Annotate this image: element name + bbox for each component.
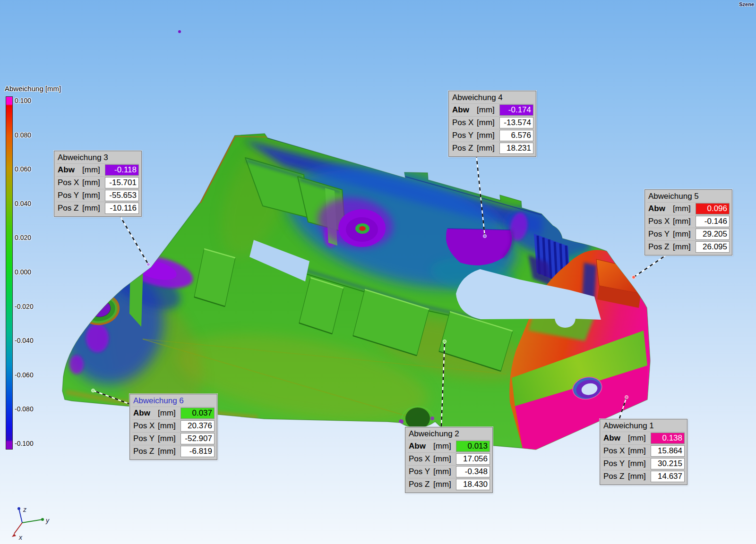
row-value: 14.637 [651, 471, 685, 482]
annotation-row: Abw[mm]0.037 [132, 407, 215, 419]
colorbar-tick: -0.020 [15, 302, 34, 311]
annotation-title: Abweichung 1 [602, 420, 685, 432]
axis-label-x: x [18, 534, 23, 541]
row-unit: [mm] [628, 434, 650, 443]
row-unit: [mm] [433, 442, 455, 451]
row-value: 18.231 [499, 143, 533, 154]
annotation-box-abweichung-6[interactable]: Abweichung 6Abw[mm]0.037Pos X[mm]20.376P… [129, 394, 217, 460]
row-label: Pos X [647, 217, 673, 226]
annotation-row: Pos Y[mm]29.205 [647, 228, 730, 240]
annotation-row: Pos Z[mm]-6.819 [132, 445, 215, 458]
row-unit: [mm] [158, 421, 180, 431]
row-value: 0.138 [651, 433, 685, 444]
row-label: Pos Z [132, 447, 158, 456]
annotation-box-abweichung-1[interactable]: Abweichung 1Abw[mm]0.138Pos X[mm]15.864P… [600, 419, 687, 485]
annotation-row: Pos Y[mm]6.576 [451, 129, 533, 142]
row-value: 15.864 [651, 445, 685, 457]
row-label: Pos Y [602, 459, 628, 468]
row-value: -0.348 [456, 466, 490, 477]
row-value: 26.095 [696, 241, 730, 253]
annotation-row: Pos Y[mm]30.215 [602, 457, 685, 470]
row-unit: [mm] [82, 191, 104, 200]
row-value: -13.574 [499, 117, 533, 128]
row-label: Abw [602, 434, 628, 443]
row-unit: [mm] [673, 242, 695, 252]
measurement-point[interactable] [632, 276, 636, 279]
row-label: Pos X [451, 118, 477, 128]
row-value: 17.056 [456, 453, 490, 465]
annotation-box-abweichung-2[interactable]: Abweichung 2Abw[mm]0.013Pos X[mm]17.056P… [405, 427, 493, 493]
scene-label: Szene [739, 1, 754, 7]
row-unit: [mm] [433, 467, 455, 476]
measurement-point[interactable] [92, 389, 95, 392]
row-label: Pos Y [132, 434, 158, 443]
annotation-row: Pos Z[mm]26.095 [647, 240, 730, 253]
row-label: Pos Y [408, 467, 433, 476]
annotation-row: Abw[mm]0.013 [408, 440, 490, 452]
measurement-point[interactable] [625, 396, 628, 399]
measurement-point[interactable] [147, 263, 150, 266]
row-unit: [mm] [158, 434, 180, 443]
annotation-box-abweichung-4[interactable]: Abweichung 4Abw[mm]-0.174Pos X[mm]-13.57… [448, 91, 536, 157]
row-label: Abw [132, 408, 158, 418]
measurement-point[interactable] [483, 235, 487, 238]
row-unit: [mm] [433, 480, 455, 489]
row-value: -52.907 [180, 433, 215, 444]
annotation-title: Abweichung 5 [647, 191, 730, 202]
colorbar-title: Abweichung [mm] [5, 85, 61, 93]
deviation-colorbar [6, 96, 13, 450]
annotation-row: Pos Z[mm]18.231 [451, 142, 533, 154]
row-unit: [mm] [82, 165, 104, 175]
annotation-row: Pos Z[mm]-10.116 [57, 202, 139, 214]
row-label: Pos X [408, 454, 433, 464]
colorbar-tick: 0.020 [15, 233, 31, 242]
annotation-row: Pos Z[mm]18.430 [408, 478, 490, 491]
annotation-row: Pos Y[mm]-0.348 [408, 465, 490, 478]
colorbar-tick: 0.080 [15, 130, 31, 140]
annotation-row: Pos Z[mm]14.637 [602, 470, 685, 483]
annotation-title: Abweichung 3 [57, 152, 139, 163]
row-value: 20.376 [180, 420, 215, 432]
orientation-axes: z y x [12, 506, 50, 541]
scan-artifact-dot [178, 30, 181, 33]
axis-label-z: z [23, 506, 26, 513]
row-unit: [mm] [158, 447, 180, 456]
row-unit: [mm] [477, 144, 498, 153]
row-unit: [mm] [673, 230, 695, 239]
annotation-row: Pos X[mm]20.376 [132, 419, 215, 432]
viewport-3d-scene[interactable]: z y x Abweichung [mm] 0.1000.0800.0600.0… [0, 0, 756, 544]
row-value: -0.174 [499, 104, 533, 116]
row-unit: [mm] [477, 105, 498, 115]
colorbar-tick: -0.060 [15, 370, 34, 380]
row-value: 18.430 [456, 479, 490, 490]
annotation-row: Abw[mm]0.096 [647, 202, 730, 215]
annotation-row: Pos X[mm]17.056 [408, 452, 490, 465]
colorbar-tick: 0.100 [15, 96, 31, 105]
row-unit: [mm] [628, 446, 650, 456]
annotation-row: Abw[mm]-0.118 [57, 163, 139, 176]
annotation-row: Abw[mm]-0.174 [451, 103, 533, 116]
row-label: Pos Z [451, 144, 477, 153]
row-label: Pos Y [57, 191, 82, 200]
row-unit: [mm] [158, 408, 180, 418]
row-value: 30.215 [651, 458, 685, 469]
measurement-point[interactable] [443, 340, 447, 343]
colorbar-tick: 0.040 [15, 199, 31, 208]
axis-label-y: y [45, 517, 50, 524]
annotation-row: Pos X[mm]15.864 [602, 444, 685, 457]
row-unit: [mm] [82, 178, 104, 187]
colorbar-tick: 0.000 [15, 267, 31, 277]
row-label: Abw [57, 165, 82, 175]
row-unit: [mm] [673, 217, 695, 226]
colorbar-tick: -0.100 [15, 439, 34, 448]
row-value: 0.013 [456, 441, 490, 452]
row-unit: [mm] [82, 204, 104, 213]
colorbar-tick: -0.080 [15, 404, 34, 414]
colorbar-tick: 0.060 [15, 164, 31, 174]
row-label: Pos Z [647, 242, 673, 252]
row-value: -55.653 [105, 190, 139, 201]
annotation-box-abweichung-3[interactable]: Abweichung 3Abw[mm]-0.118Pos X[mm]-15.70… [54, 151, 142, 217]
annotation-title: Abweichung 6 [132, 395, 215, 407]
annotation-box-abweichung-5[interactable]: Abweichung 5Abw[mm]0.096Pos X[mm]-0.146P… [644, 189, 732, 255]
annotation-row: Pos X[mm]-15.701 [57, 176, 139, 189]
